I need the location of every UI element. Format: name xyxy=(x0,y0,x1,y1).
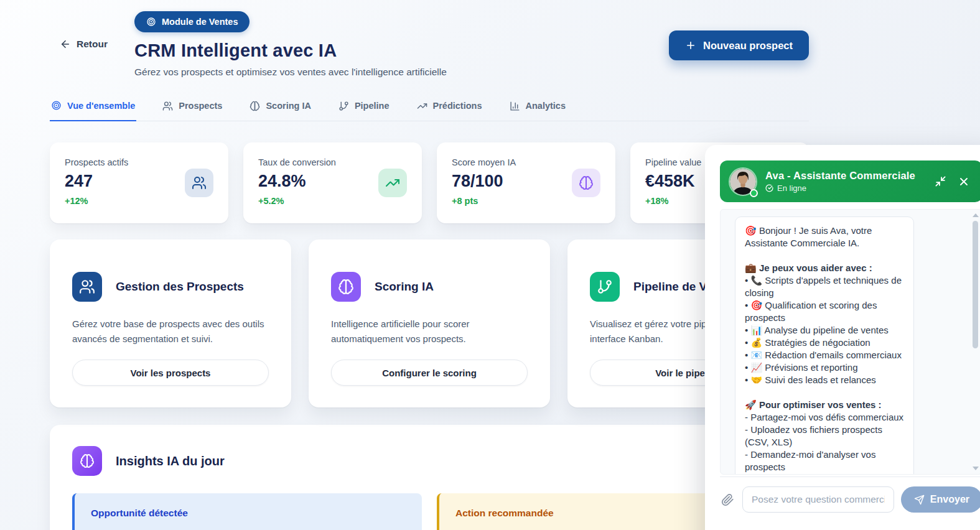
chat-message-line: • 📈 Prévisions et reporting xyxy=(745,361,904,374)
stat-delta: +8 pts xyxy=(452,196,600,206)
chat-scrollbar[interactable] xyxy=(971,210,980,474)
chat-message-line: • 🤝 Suivi des leads et relances xyxy=(745,374,904,386)
chat-message-line: • 📞 Scripts d'appels et techniques de cl… xyxy=(745,274,904,299)
chat-message-line: 💼 Je peux vous aider avec : xyxy=(745,262,904,274)
feature-cards-row: Gestion des Prospects Gérez votre base d… xyxy=(50,239,809,407)
send-button[interactable]: Envoyer xyxy=(901,486,980,513)
new-prospect-label: Nouveau prospect xyxy=(703,40,793,52)
page-header: Retour Module de Ventes CRM Intelligent … xyxy=(50,0,809,78)
chat-widget: Ava - Assistante Commerciale En ligne xyxy=(705,145,980,530)
stat-label: Prospects actifs xyxy=(65,157,213,167)
tab-label: Scoring IA xyxy=(266,101,311,111)
check-circle-icon xyxy=(765,184,773,192)
tab-analytics[interactable]: Analytics xyxy=(508,98,567,121)
stat-card-prospects-actifs: Prospects actifs 247 +12% xyxy=(50,142,228,223)
insight-card-title: Opportunité détectée xyxy=(91,508,406,519)
scroll-up-arrow[interactable] xyxy=(973,213,979,217)
send-label: Envoyer xyxy=(930,494,969,505)
insights-title: Insights IA du jour xyxy=(116,454,225,468)
chat-header: Ava - Assistante Commerciale En ligne xyxy=(720,160,980,202)
brain-icon xyxy=(72,446,102,476)
scrollbar-thumb[interactable] xyxy=(973,221,978,348)
git-branch-icon xyxy=(590,272,620,302)
chat-message-line: 🚀 Pour optimiser vos ventes : xyxy=(745,399,904,411)
git-branch-icon xyxy=(338,101,349,111)
chat-message-line: - Partagez-moi vos défis commerciaux xyxy=(745,411,904,424)
close-chat-button[interactable] xyxy=(956,174,971,189)
stat-delta: +12% xyxy=(65,196,213,206)
chat-input-row: Envoyer xyxy=(720,477,980,513)
module-badge-label: Module de Ventes xyxy=(162,17,238,27)
chat-message-line xyxy=(745,386,904,399)
tab-bar: Vue d'ensemble Prospects Scoring IA Pipe… xyxy=(50,98,809,121)
trending-up-icon xyxy=(417,101,427,111)
tab-pipeline[interactable]: Pipeline xyxy=(337,98,391,121)
brain-icon xyxy=(331,272,361,302)
tab-prospects[interactable]: Prospects xyxy=(161,98,223,121)
plus-icon xyxy=(685,40,696,51)
stat-label: Score moyen IA xyxy=(452,157,600,167)
users-icon xyxy=(162,101,173,111)
stat-delta: +5.2% xyxy=(258,196,407,206)
scroll-down-arrow[interactable] xyxy=(973,467,979,470)
chat-messages-area[interactable]: 🎯 Bonjour ! Je suis Ava, votre Assistant… xyxy=(720,209,980,475)
chat-message-line: - Demandez-moi d'analyser vos prospects xyxy=(745,449,904,473)
insights-section: Insights IA du jour Opportunité détectée… xyxy=(50,425,809,530)
target-icon xyxy=(146,17,156,27)
page-subtitle: Gérez vos prospects et optimisez vos ven… xyxy=(134,67,809,78)
brain-icon xyxy=(250,101,260,111)
feature-card-scoring-ia: Scoring IA Intelligence artificielle pou… xyxy=(309,239,550,407)
minimize-chat-button[interactable] xyxy=(933,174,948,188)
stats-row: Prospects actifs 247 +12% Taux de conver… xyxy=(50,142,809,223)
stat-card-taux-conversion: Taux de conversion 24.8% +5.2% xyxy=(243,142,422,223)
users-icon xyxy=(185,169,213,197)
users-icon xyxy=(72,272,102,302)
tab-scoring-ia[interactable]: Scoring IA xyxy=(248,98,312,121)
module-badge: Module de Ventes xyxy=(134,11,250,32)
feature-title: Scoring IA xyxy=(375,280,434,294)
chat-status-label: En ligne xyxy=(777,184,806,193)
tab-vue-densemble[interactable]: Vue d'ensemble xyxy=(50,98,136,121)
stat-card-score-moyen-ia: Score moyen IA 78/100 +8 pts xyxy=(437,142,615,223)
chat-assistant-name: Ava - Assistante Commerciale xyxy=(765,170,923,182)
target-icon xyxy=(51,100,62,111)
paperclip-icon xyxy=(721,493,734,506)
tab-predictions[interactable]: Prédictions xyxy=(416,98,483,121)
chat-message-line xyxy=(745,249,904,262)
minimize-icon xyxy=(935,175,946,187)
attach-file-button[interactable] xyxy=(720,492,735,508)
chat-message-line: - Uploadez vos fichiers prospects (CSV, … xyxy=(745,424,904,449)
feature-description: Gérez votre base de prospects avec des o… xyxy=(72,317,269,346)
arrow-left-icon xyxy=(60,39,71,50)
avatar xyxy=(729,167,757,196)
back-button[interactable]: Retour xyxy=(60,39,108,50)
trending-up-icon xyxy=(378,169,407,197)
main-content: Retour Module de Ventes CRM Intelligent … xyxy=(50,0,809,530)
chat-message-line: • 💰 Stratégies de négociation xyxy=(745,337,904,349)
chat-message-line: • 🎯 Qualification et scoring des prospec… xyxy=(745,299,904,324)
new-prospect-button[interactable]: Nouveau prospect xyxy=(669,30,809,60)
stat-label: Taux de conversion xyxy=(258,157,407,167)
assistant-message-bubble: 🎯 Bonjour ! Je suis Ava, votre Assistant… xyxy=(735,216,914,475)
feature-title: Gestion des Prospects xyxy=(116,280,244,294)
chat-message-input[interactable] xyxy=(742,486,894,513)
chat-message-line: • 📊 Analyse du pipeline de ventes xyxy=(745,324,904,337)
bar-chart-icon xyxy=(510,101,520,111)
close-icon xyxy=(958,175,970,188)
tab-label: Pipeline xyxy=(355,101,390,111)
configurer-le-scoring-button[interactable]: Configurer le scoring xyxy=(331,360,528,386)
feature-description: Intelligence artificielle pour scorer au… xyxy=(331,317,528,346)
tab-label: Analytics xyxy=(526,101,566,111)
insight-card-opportunite: Opportunité détectée xyxy=(72,493,422,530)
chat-message-line: • 📧 Rédaction d'emails commerciaux xyxy=(745,349,904,361)
online-status-dot xyxy=(750,189,758,197)
tab-label: Vue d'ensemble xyxy=(67,101,135,111)
tab-label: Prospects xyxy=(179,101,222,111)
brain-icon xyxy=(572,169,600,197)
feature-card-gestion-prospects: Gestion des Prospects Gérez votre base d… xyxy=(50,239,291,407)
send-icon xyxy=(914,495,925,505)
back-label: Retour xyxy=(77,39,108,50)
tab-label: Prédictions xyxy=(433,101,482,111)
voir-les-prospects-button[interactable]: Voir les prospects xyxy=(72,360,269,386)
chat-message-line: 🎯 Bonjour ! Je suis Ava, votre Assistant… xyxy=(745,225,904,249)
